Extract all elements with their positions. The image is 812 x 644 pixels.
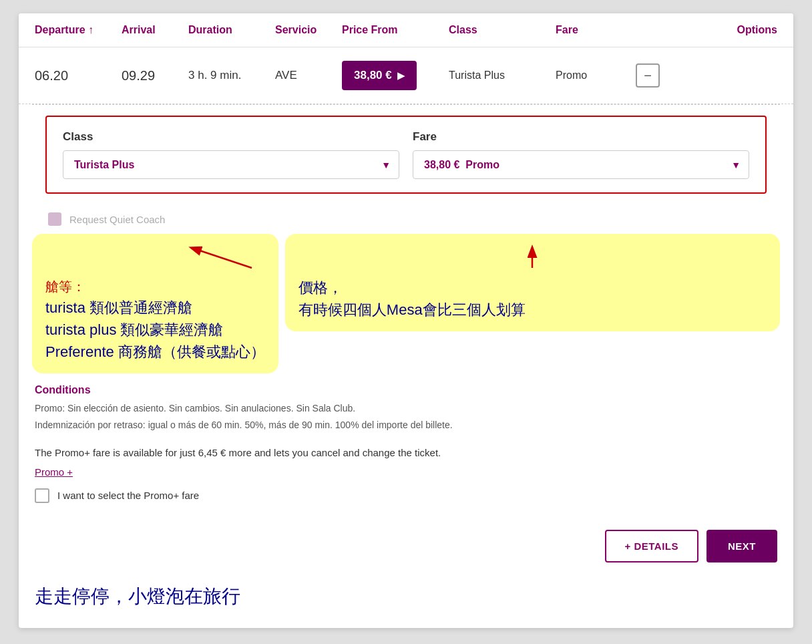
collapse-button[interactable]: − [636,63,660,88]
delay-conditions-text: Indemnización por retraso: igual o más d… [35,418,777,432]
promo-plus-link[interactable]: Promo + [35,466,73,478]
fare-select-wrapper[interactable]: PromoPromo+Flexible ▼ 38,80 € Promo [413,150,749,179]
header-options: Options [636,24,777,36]
header-duration[interactable]: Duration [188,24,275,36]
fare-label: Fare [413,130,749,144]
table-header: Departure ↑ Arrival Duration Servicio Pr… [19,13,793,47]
class-select-wrapper[interactable]: TuristaTurista PlusPreferente ▼ [63,150,399,179]
footer-buttons: + DETAILS NEXT [19,519,793,573]
train-arrival: 09.29 [122,68,188,84]
price-label: 價格， [298,277,767,299]
price-button[interactable]: 38,80 € ▶ [342,61,417,90]
options-panel: Class TuristaTurista PlusPreferente ▼ Fa… [45,116,767,194]
quiet-coach-row[interactable]: Request Quiet Coach [32,204,780,234]
fare-selector-col: Fare PromoPromo+Flexible ▼ 38,80 € Promo [413,130,749,179]
header-price-from[interactable]: Price From [342,24,449,36]
promo-plus-text: The Promo+ fare is available for just 6,… [35,446,777,461]
conditions-title: Conditions [35,384,777,396]
promo-checkbox-row: I want to select the Promo+ fare [35,488,777,503]
promo-checkbox[interactable] [35,488,49,503]
price-note: 有時候四個人Mesa會比三個人划算 [298,299,767,321]
header-class[interactable]: Class [449,24,556,36]
train-options[interactable]: − [636,63,777,88]
header-fare[interactable]: Fare [556,24,636,36]
cabin-line3: Preferente 商務艙（供餐或點心） [45,341,265,363]
header-arrival[interactable]: Arrival [122,24,188,36]
promo-plus-section: The Promo+ fare is available for just 6,… [19,435,793,514]
svg-line-1 [192,248,252,268]
class-label: Class [63,130,399,144]
train-departure: 06.20 [35,68,122,84]
class-selector-col: Class TuristaTurista PlusPreferente ▼ [63,130,399,179]
train-price[interactable]: 38,80 € ▶ [342,61,449,90]
cabin-line1: turista 類似普通經濟艙 [45,297,265,319]
cabin-line2: turista plus 類似豪華經濟艙 [45,319,265,341]
price-value: 38,80 € [354,69,392,82]
promo-conditions-text: Promo: Sin elección de asiento. Sin camb… [35,401,777,416]
promo-checkbox-label: I want to select the Promo+ fare [57,490,199,501]
train-servicio: AVE [275,69,342,82]
price-arrow-icon: ▶ [397,70,405,81]
train-fare: Promo [556,69,636,82]
train-duration: 3 h. 9 min. [188,69,275,82]
class-select[interactable]: TuristaTurista PlusPreferente [63,151,399,178]
footer-title: 走走停停，小燈泡在旅行 [19,573,793,620]
arrow-to-class [185,245,265,271]
minus-icon: − [644,68,652,84]
arrow-to-fare [505,245,559,271]
next-button[interactable]: NEXT [706,530,777,562]
quiet-coach-label: Request Quiet Coach [69,214,165,225]
annotation-box-right: 價格， 有時候四個人Mesa會比三個人划算 [285,234,780,331]
header-departure[interactable]: Departure ↑ [35,24,122,36]
annotation-box-left: 艙等： turista 類似普通經濟艙 turista plus 類似豪華經濟艙… [32,234,278,373]
train-class: Turista Plus [449,69,556,82]
quiet-checkbox[interactable] [48,212,61,226]
cabin-label: 艙等： [45,277,265,297]
details-button[interactable]: + DETAILS [605,530,698,562]
header-servicio[interactable]: Servicio [275,24,342,36]
conditions-section: Conditions Promo: Sin elección de asient… [19,379,793,432]
train-row: 06.20 09.29 3 h. 9 min. AVE 38,80 € ▶ Tu… [19,47,793,104]
